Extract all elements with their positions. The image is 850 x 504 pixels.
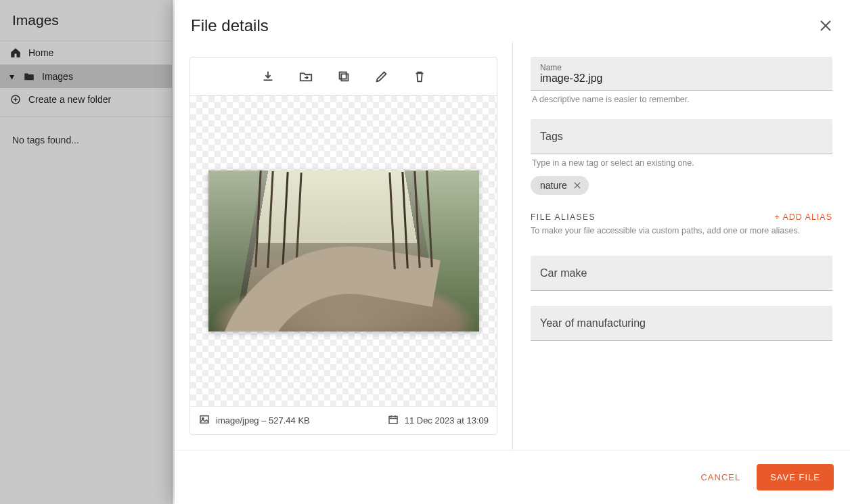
home-icon: [9, 47, 22, 59]
plus-circle-icon: [9, 93, 22, 106]
svg-rect-3: [200, 416, 208, 423]
pencil-icon: [374, 69, 389, 84]
copy-button[interactable]: [334, 67, 353, 86]
year-of-manufacturing-field[interactable]: Year of manufacturing: [531, 306, 832, 341]
delete-button[interactable]: [410, 67, 429, 86]
preview-toolbar: [190, 58, 497, 96]
modal-header: File details: [175, 0, 850, 42]
calendar-icon: [387, 413, 399, 428]
preview-column: image/jpeg – 527.44 KB 11 Dec 2023 at 13…: [175, 42, 513, 450]
caret-down-icon: ▾: [9, 71, 16, 82]
image-thumbnail: [208, 170, 479, 331]
field-label: Car make: [540, 262, 823, 285]
folder-move-icon: [298, 69, 313, 84]
sidebar-item-images[interactable]: ▾ Images: [0, 65, 172, 88]
field-label: Year of manufacturing: [540, 312, 823, 335]
image-type-icon: [198, 413, 210, 428]
page-title: Images: [0, 0, 172, 41]
sidebar-item-label: Home: [28, 47, 53, 58]
svg-rect-1: [341, 74, 348, 81]
sidebar-item-label: Create a new folder: [28, 94, 111, 105]
trash-icon: [412, 69, 427, 84]
folder-icon: [23, 70, 35, 83]
tags-chip-row: nature: [531, 173, 832, 195]
name-input[interactable]: [540, 72, 823, 85]
cancel-button[interactable]: CANCEL: [696, 472, 744, 483]
name-hint: A descriptive name is easier to remember…: [532, 95, 831, 104]
preview-meta: image/jpeg – 527.44 KB 11 Dec 2023 at 13…: [190, 406, 497, 434]
file-details-modal: File details: [175, 0, 850, 504]
svg-rect-2: [339, 72, 346, 79]
tags-label: Tags: [540, 125, 823, 148]
preview-card: image/jpeg – 527.44 KB 11 Dec 2023 at 13…: [189, 57, 497, 435]
tags-field[interactable]: Tags: [531, 119, 832, 154]
modal-title: File details: [191, 16, 269, 35]
download-icon: [261, 69, 275, 84]
edit-button[interactable]: [372, 67, 391, 86]
copy-icon: [336, 69, 351, 84]
sidebar-item-label: Images: [42, 71, 73, 82]
remove-tag-button[interactable]: [573, 181, 582, 190]
sidebar-item-home[interactable]: Home: [0, 41, 172, 65]
tags-hint: Type in a new tag or select an existing …: [532, 158, 831, 168]
name-field[interactable]: Name: [531, 57, 832, 91]
car-make-field[interactable]: Car make: [531, 256, 832, 291]
sidebar: Images Home ▾ Images Create a new folder…: [0, 0, 173, 504]
image-preview[interactable]: [190, 96, 497, 406]
save-file-button[interactable]: SAVE FILE: [757, 464, 834, 490]
modal-footer: CANCEL SAVE FILE: [175, 451, 850, 504]
sidebar-no-tags: No tags found...: [0, 117, 172, 163]
tag-chip[interactable]: nature: [531, 176, 589, 195]
download-button[interactable]: [259, 67, 277, 86]
name-label: Name: [540, 63, 823, 72]
tag-chip-label: nature: [540, 180, 567, 191]
close-icon: [573, 181, 582, 190]
aliases-description: To make your file accessible via custom …: [531, 226, 832, 235]
sidebar-create-folder[interactable]: Create a new folder: [0, 88, 172, 117]
close-button[interactable]: [818, 18, 834, 34]
form-column: Name A descriptive name is easier to rem…: [513, 42, 850, 450]
file-mime-size: image/jpeg – 527.44 KB: [216, 415, 310, 426]
move-button[interactable]: [296, 67, 315, 86]
add-alias-button[interactable]: + ADD ALIAS: [774, 212, 832, 222]
file-created-at: 11 Dec 2023 at 13:09: [405, 415, 489, 426]
svg-rect-5: [389, 417, 397, 424]
aliases-section-title: FILE ALIASES: [531, 212, 596, 222]
